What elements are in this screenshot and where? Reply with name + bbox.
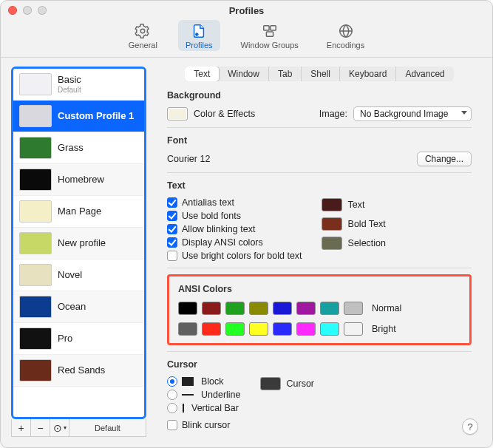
tab-text[interactable]: Text [185,67,220,81]
ansi-color-well[interactable] [344,302,363,315]
radio-label: Underline [201,390,241,400]
checkbox[interactable] [167,420,177,430]
image-label: Image: [319,109,347,119]
ansi-color-well[interactable] [202,322,221,336]
ansi-color-well[interactable] [249,322,268,336]
cursor-color-well[interactable] [260,377,281,390]
set-default-button[interactable]: Default [69,424,146,432]
profile-thumbnail [19,105,52,127]
toolbar-item-general[interactable]: General [121,20,165,51]
profile-thumbnail [19,200,52,223]
text-option[interactable]: Display ANSI colors [167,237,302,248]
toolbar-item-window-groups[interactable]: Window Groups [234,20,306,51]
cursor-option[interactable]: Underline [167,390,241,400]
checkbox-label: Display ANSI colors [182,237,263,248]
text-option[interactable]: Allow blinking text [167,224,302,234]
cursor-option[interactable]: Block [167,376,241,387]
radio[interactable] [167,403,177,413]
checkbox-label: Antialias text [182,197,234,208]
profile-row[interactable]: Grass [13,132,144,164]
gear-icon [134,23,152,39]
cursor-options: BlockUnderlineVertical BarBlink cursor [167,376,241,431]
color-well[interactable] [322,237,342,250]
sidebar: BasicDefaultCustom Profile 1GrassHomebre… [11,67,146,437]
profile-name: Grass [58,143,84,154]
radio-label: Vertical Bar [191,403,239,413]
minimize-window-button[interactable] [23,6,32,15]
ansi-color-well[interactable] [273,322,292,336]
profile-list[interactable]: BasicDefaultCustom Profile 1GrassHomebre… [11,67,146,419]
text-option[interactable]: Antialias text [167,197,302,208]
profile-actions-menu[interactable]: ⊙▾ [50,419,69,436]
ansi-color-well[interactable] [178,322,197,336]
profile-row[interactable]: Ocean [13,291,144,323]
divider [167,351,472,352]
checkbox[interactable] [167,211,177,221]
profile-name: Basic [58,75,81,86]
cursor-style-icon [183,404,184,413]
remove-profile-button[interactable]: − [31,419,50,436]
change-font-button[interactable]: Change... [417,152,472,166]
ansi-color-well[interactable] [225,322,245,336]
ansi-color-well[interactable] [202,302,221,315]
toolbar-item-encodings[interactable]: Encodings [319,20,372,51]
cursor-swatch-row: Cursor [260,377,315,390]
checkbox-label: Use bold fonts [182,211,241,221]
checkbox[interactable] [167,237,177,248]
ansi-color-well[interactable] [296,302,316,315]
svg-rect-2 [263,26,268,30]
checkbox[interactable] [167,197,177,208]
svg-point-0 [141,29,146,33]
zoom-window-button[interactable] [38,6,47,15]
text-options-row: Antialias textUse bold fontsAllow blinki… [167,197,472,262]
profile-thumbnail [19,137,52,159]
ansi-color-well[interactable] [178,302,197,315]
ansi-color-well[interactable] [273,302,292,315]
ansi-color-well[interactable] [249,302,268,315]
profile-thumbnail [19,264,52,286]
color-well[interactable] [322,198,342,211]
checkbox[interactable] [167,224,177,234]
profile-row[interactable]: Homebrew [13,164,144,196]
svg-rect-4 [266,32,273,36]
profile-name: Custom Profile 1 [58,111,134,122]
cursor-option[interactable]: Vertical Bar [167,403,241,413]
ansi-color-well[interactable] [296,322,316,336]
profile-row[interactable]: Novel [13,259,144,291]
ansi-color-well[interactable] [225,302,245,315]
radio[interactable] [167,376,177,387]
profile-row[interactable]: Man Page [13,196,144,228]
text-option[interactable]: Use bold fonts [167,211,302,221]
blink-cursor-option[interactable]: Blink cursor [167,420,241,430]
tab-keyboard[interactable]: Keyboard [340,67,396,81]
background-image-popup[interactable]: No Background Image [353,106,472,121]
help-button[interactable]: ? [462,418,478,435]
ansi-color-well[interactable] [320,322,339,336]
ansi-color-well[interactable] [344,322,363,336]
close-window-button[interactable] [8,6,17,15]
text-option[interactable]: Use bright colors for bold text [167,251,302,261]
add-profile-button[interactable]: + [12,419,31,436]
background-color-well[interactable] [167,107,188,121]
ansi-colors-section: ANSI Colors Normal Bright [167,274,472,345]
tab-shell[interactable]: Shell [302,67,340,81]
checkbox-label: Blink cursor [182,420,230,430]
tab-advanced[interactable]: Advanced [396,67,453,81]
cursor-row: BlockUnderlineVertical BarBlink cursor C… [167,376,472,431]
radio[interactable] [167,390,177,400]
checkbox[interactable] [167,251,177,261]
ansi-color-well[interactable] [320,302,339,315]
toolbar-item-profiles[interactable]: Profiles [178,20,220,51]
profile-icon [190,23,208,39]
text-color-row: Selection [322,237,386,250]
ansi-row-label: Bright [372,324,396,334]
text-checkboxes: Antialias textUse bold fontsAllow blinki… [167,197,302,262]
tab-window[interactable]: Window [219,67,269,81]
profile-row[interactable]: Custom Profile 1 [13,101,144,132]
profile-row[interactable]: BasicDefault [13,69,144,101]
profile-row[interactable]: New profile [13,228,144,259]
profile-row[interactable]: Pro [13,323,144,355]
tab-tab[interactable]: Tab [269,67,302,81]
color-well[interactable] [322,217,342,231]
profile-row[interactable]: Red Sands [13,355,144,387]
